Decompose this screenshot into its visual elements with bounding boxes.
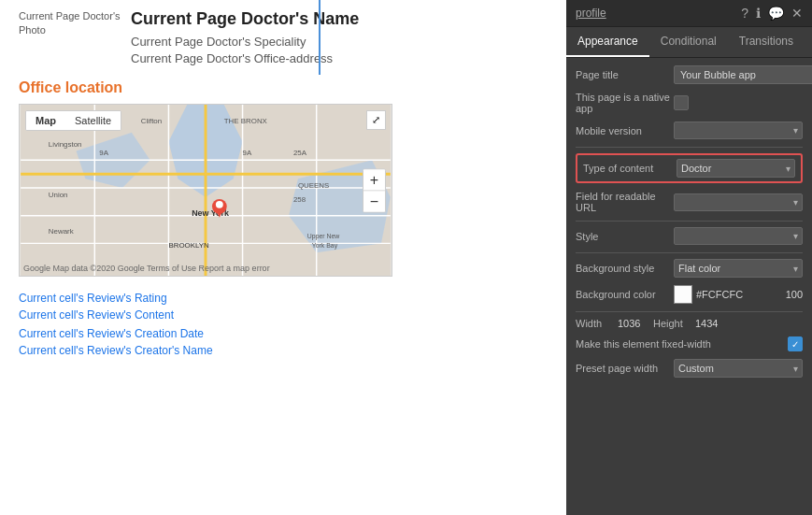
close-icon[interactable]: ✕	[791, 6, 803, 21]
style-select[interactable]: ▾	[674, 227, 803, 245]
width-value: 1036	[618, 318, 653, 329]
page-title-input[interactable]	[674, 65, 812, 84]
reviews-section: Current cell's Review's Rating Current c…	[19, 292, 548, 357]
map-type-controls[interactable]: Map Satellite	[25, 110, 121, 131]
background-style-value: Flat color	[678, 263, 720, 274]
panel-tabs: Appearance Conditional Transitions	[566, 27, 812, 58]
tab-conditional[interactable]: Conditional	[649, 27, 728, 57]
blue-vertical-line	[319, 0, 321, 75]
width-label: Width	[576, 318, 618, 329]
svg-text:Upper New: Upper New	[307, 233, 340, 240]
doctor-photo-label: Current Page Doctor's Photo	[19, 9, 121, 38]
help-icon[interactable]: ?	[741, 6, 748, 21]
map-google-label: Google	[23, 264, 50, 273]
main-content: Current Page Doctor's Photo Current Page…	[0, 0, 566, 515]
native-app-checkbox[interactable]	[674, 95, 689, 110]
svg-text:BROOKLYN: BROOKLYN	[168, 241, 209, 250]
fixed-width-row: Make this element fixed-width ✓	[576, 336, 803, 351]
svg-text:Union: Union	[49, 191, 68, 199]
panel-header: profile ? ℹ 💬 ✕	[566, 0, 812, 27]
preset-page-width-row: Preset page width Custom ▾	[576, 359, 803, 378]
divider-1	[576, 147, 803, 148]
svg-text:Newark: Newark	[49, 227, 74, 236]
preset-page-width-value: Custom	[678, 363, 714, 374]
review-date-link[interactable]: Current cell's Review's Creation Date	[19, 327, 548, 340]
native-app-label: This page is a native app	[576, 92, 674, 114]
fixed-width-label: Make this element fixed-width	[576, 338, 788, 350]
svg-text:York Bay: York Bay	[312, 242, 338, 250]
review-content-link[interactable]: Current cell's Review's Content	[19, 308, 548, 322]
background-style-row: Background style Flat color ▾	[576, 259, 803, 278]
review-rating-link[interactable]: Current cell's Review's Rating	[19, 292, 548, 305]
doctor-section: Current Page Doctor's Photo Current Page…	[19, 9, 548, 68]
svg-text:QUEENS: QUEENS	[298, 181, 329, 190]
page-title-row: Page title	[576, 65, 803, 84]
doctor-info: Current Page Doctor's Name Current Page …	[131, 9, 359, 68]
dimensions-row: Width 1036 Height 1434	[576, 318, 803, 329]
map-data-label: Map data ©2020 Google Terms of Use Repor…	[53, 264, 270, 273]
style-chevron: ▾	[793, 231, 798, 241]
divider-3	[576, 252, 803, 253]
type-of-content-row: Type of content Doctor ▾	[576, 153, 803, 183]
type-of-content-select[interactable]: Doctor ▾	[677, 159, 795, 178]
map-btn[interactable]: Map	[26, 111, 65, 130]
preset-page-width-select[interactable]: Custom ▾	[674, 359, 803, 378]
chat-icon[interactable]: 💬	[768, 6, 784, 21]
svg-text:Clifton: Clifton	[141, 117, 162, 125]
background-color-hex: #FCFCFC	[696, 289, 775, 300]
review-creator-link[interactable]: Current cell's Review's Creator's Name	[19, 344, 548, 357]
divider-4	[576, 311, 803, 312]
native-app-row: This page is a native app	[576, 92, 803, 114]
svg-text:9A: 9A	[99, 149, 108, 157]
doctor-address: Current Page Doctor's Office-address	[131, 51, 359, 65]
panel-body: Page title This page is a native app Mob…	[566, 58, 812, 515]
type-of-content-value: Doctor	[681, 163, 711, 174]
right-panel: profile ? ℹ 💬 ✕ Appearance Conditional T…	[566, 0, 812, 515]
tab-transitions[interactable]: Transitions	[728, 27, 805, 57]
mobile-version-label: Mobile version	[576, 125, 674, 136]
height-value: 1434	[695, 318, 731, 329]
style-label: Style	[576, 231, 674, 242]
panel-header-icons: ? ℹ 💬 ✕	[741, 6, 803, 21]
background-color-label: Background color	[576, 289, 674, 300]
doctor-speciality: Current Page Doctor's Speciality	[131, 35, 359, 49]
mobile-version-row: Mobile version ▾	[576, 122, 803, 139]
preset-page-width-chevron: ▾	[793, 364, 798, 374]
background-color-opacity: 100	[775, 289, 803, 300]
map-zoom-controls[interactable]: + −	[363, 168, 386, 212]
background-style-label: Background style	[576, 263, 674, 274]
style-row: Style ▾	[576, 227, 803, 245]
satellite-btn[interactable]: Satellite	[65, 111, 121, 130]
map-footer: Google Map data ©2020 Google Terms of Us…	[23, 264, 270, 273]
background-color-row: Background color #FCFCFC 100	[576, 285, 803, 304]
preset-page-width-label: Preset page width	[576, 363, 674, 374]
fixed-width-checkbox[interactable]: ✓	[788, 336, 803, 351]
type-of-content-chevron: ▾	[786, 164, 791, 174]
svg-text:9A: 9A	[243, 149, 252, 157]
zoom-out-btn[interactable]: −	[363, 191, 385, 211]
map-container: Map Satellite ⤢ Living	[19, 104, 392, 277]
readable-url-label: Field for readable URL	[576, 191, 674, 213]
zoom-in-btn[interactable]: +	[363, 169, 385, 191]
divider-2	[576, 221, 803, 222]
background-color-swatch[interactable]	[674, 285, 692, 304]
readable-url-chevron: ▾	[793, 197, 798, 207]
background-style-select[interactable]: Flat color ▾	[674, 259, 803, 278]
page-title-label: Page title	[576, 69, 674, 80]
map-expand-btn[interactable]: ⤢	[366, 110, 386, 130]
svg-text:THE BRONX: THE BRONX	[224, 117, 268, 125]
svg-text:25A: 25A	[293, 149, 307, 157]
panel-title[interactable]: profile	[576, 7, 606, 20]
readable-url-select[interactable]: ▾	[674, 193, 803, 211]
background-style-chevron: ▾	[793, 264, 798, 274]
svg-text:Livingston: Livingston	[49, 140, 82, 149]
svg-point-28	[216, 201, 223, 208]
info-icon[interactable]: ℹ	[756, 6, 761, 21]
doctor-name: Current Page Doctor's Name	[131, 9, 359, 29]
mobile-version-select[interactable]: ▾	[674, 122, 803, 139]
tab-appearance[interactable]: Appearance	[566, 27, 649, 57]
height-label: Height	[653, 318, 695, 329]
svg-text:258: 258	[293, 195, 306, 204]
office-location-title: Office location	[19, 79, 548, 96]
mobile-version-chevron: ▾	[793, 125, 798, 136]
